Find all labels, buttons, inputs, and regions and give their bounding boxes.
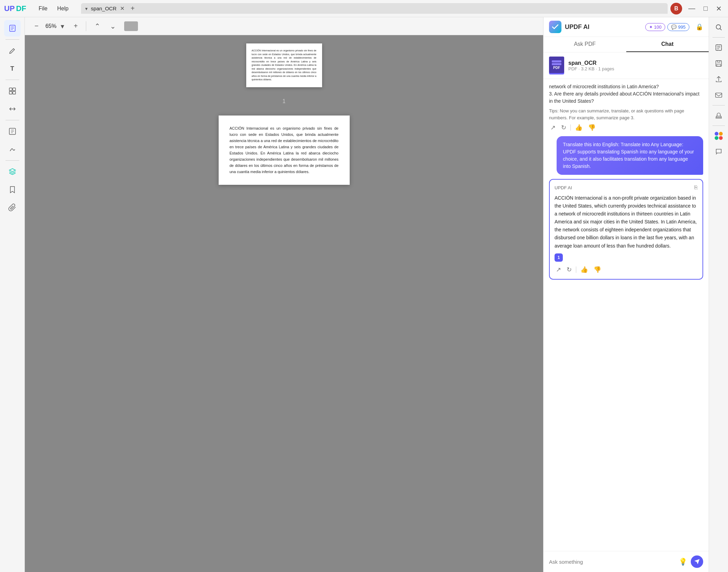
svg-rect-14 bbox=[715, 93, 721, 98]
tab-chat[interactable]: Chat bbox=[626, 37, 709, 52]
tab-name: span_OCR bbox=[91, 6, 117, 11]
thumbdown-response-btn[interactable]: 👎 bbox=[592, 265, 602, 274]
minimize-btn[interactable]: — bbox=[686, 4, 697, 12]
ai-response-actions: ↗ ↻ 👍 👎 bbox=[555, 265, 698, 274]
right-icon-stamp[interactable] bbox=[711, 108, 726, 123]
ai-credit-badge[interactable]: ✦ 100 bbox=[645, 23, 666, 31]
right-icon-share[interactable] bbox=[711, 72, 726, 87]
zoom-out-btn[interactable]: − bbox=[32, 21, 41, 31]
chat-messages: network of microcredit institutions in L… bbox=[543, 79, 709, 551]
right-divider-2 bbox=[712, 105, 725, 106]
lamp-button[interactable]: 💡 bbox=[679, 558, 687, 566]
refresh-btn-1[interactable]: ↻ bbox=[560, 123, 568, 132]
svg-point-18 bbox=[719, 132, 722, 136]
thumbdown-btn-1[interactable]: 👎 bbox=[587, 123, 597, 132]
main-layout: T bbox=[0, 17, 728, 572]
right-icon-search[interactable] bbox=[711, 20, 726, 34]
page-reference[interactable]: 1 bbox=[555, 250, 698, 262]
sidebar-divider-1 bbox=[6, 39, 19, 40]
pdf-page-main: ACCIÓN Internacional es un organismo pri… bbox=[219, 116, 350, 185]
nav-file[interactable]: File bbox=[34, 4, 52, 13]
ai-credits: ✦ 100 💬 995 bbox=[645, 23, 689, 31]
logo-up: UP bbox=[4, 4, 15, 13]
file-icon-label: PDF bbox=[553, 66, 560, 70]
send-button[interactable] bbox=[691, 555, 703, 568]
file-meta: PDF · 3.2 KB · 1 pages bbox=[568, 66, 703, 71]
ai-tab-bar: Ask PDF Chat bbox=[543, 37, 709, 52]
right-icon-chat[interactable] bbox=[711, 144, 726, 159]
chat-credit-icon: 💬 bbox=[671, 24, 677, 30]
ai-message-1: network of microcredit institutions in L… bbox=[549, 83, 703, 132]
right-icon-puzzle[interactable] bbox=[711, 129, 726, 143]
refresh-response-btn[interactable]: ↻ bbox=[565, 265, 573, 274]
tab-ask-pdf[interactable]: Ask PDF bbox=[543, 37, 626, 52]
tab-bar: ▾ span_OCR ✕ + bbox=[81, 3, 668, 14]
svg-rect-7 bbox=[13, 91, 16, 94]
right-divider-1 bbox=[712, 37, 725, 38]
file-icon: PDF bbox=[549, 57, 564, 74]
sidebar-item-ocr[interactable] bbox=[4, 123, 21, 140]
file-name: span_OCR bbox=[568, 60, 703, 66]
nav-up-btn[interactable]: ⌃ bbox=[92, 21, 103, 32]
zoom-in-btn[interactable]: + bbox=[71, 21, 81, 31]
chat-credit-badge[interactable]: 💬 995 bbox=[667, 23, 689, 31]
zoom-value: 65% bbox=[46, 23, 57, 29]
tab-close-btn[interactable]: ✕ bbox=[119, 5, 126, 12]
pdf-toolbar: − 65% ▾ + ⌃ ⌄ bbox=[25, 17, 543, 35]
ai-logo-icon bbox=[549, 21, 561, 33]
thumbup-response-btn[interactable]: 👍 bbox=[579, 265, 589, 274]
page-ref-badge[interactable]: 1 bbox=[555, 253, 563, 262]
svg-point-20 bbox=[719, 136, 722, 140]
nav-down-btn[interactable]: ⌄ bbox=[107, 21, 119, 32]
pdf-thumb-text: ACCIÓN Internacional es un organismo pri… bbox=[252, 49, 317, 82]
ai-credit-icon: ✦ bbox=[649, 24, 653, 30]
user-message-bubble: Translate this into English: Translate i… bbox=[557, 136, 703, 175]
nav-menu: File Help bbox=[34, 4, 73, 13]
tab-add-btn[interactable]: + bbox=[128, 4, 138, 12]
sidebar-item-sign[interactable] bbox=[4, 141, 21, 158]
ai-response-block: UPDF AI ⎘ ACCIÓN Internacional is a non-… bbox=[549, 179, 703, 280]
logo-df: DF bbox=[16, 4, 26, 13]
copy-response-btn[interactable]: ⎘ bbox=[694, 184, 698, 191]
nav-help[interactable]: Help bbox=[53, 4, 73, 13]
close-btn[interactable]: ✕ bbox=[714, 4, 724, 13]
ai-credit-value: 100 bbox=[654, 24, 662, 30]
tab-dropdown[interactable]: ▾ bbox=[84, 5, 89, 12]
sidebar-item-annotate[interactable] bbox=[4, 42, 21, 59]
right-icon-email[interactable] bbox=[711, 88, 726, 102]
thumbup-btn-1[interactable]: 👍 bbox=[574, 123, 584, 132]
sidebar-item-organize[interactable] bbox=[4, 83, 21, 99]
right-icon-ocr[interactable] bbox=[711, 40, 726, 55]
right-sidebar bbox=[709, 17, 728, 572]
svg-rect-6 bbox=[9, 91, 12, 94]
svg-point-17 bbox=[715, 132, 718, 136]
sidebar-item-bookmark[interactable] bbox=[4, 181, 21, 198]
svg-point-19 bbox=[715, 136, 718, 140]
message-text-1: network of microcredit institutions in L… bbox=[549, 83, 703, 105]
user-avatar[interactable]: B bbox=[670, 3, 682, 14]
lock-icon[interactable]: 🔒 bbox=[696, 23, 703, 31]
right-icon-save[interactable] bbox=[711, 56, 726, 71]
maximize-btn[interactable]: □ bbox=[701, 4, 710, 12]
chat-credit-value: 995 bbox=[678, 24, 686, 30]
ai-response-label: UPDF AI bbox=[555, 185, 572, 190]
ask-input-field[interactable] bbox=[549, 559, 675, 565]
expand-response-btn[interactable]: ↗ bbox=[555, 265, 562, 274]
expand-btn-1[interactable]: ↗ bbox=[549, 123, 557, 132]
page-number: 1 bbox=[282, 98, 286, 104]
ask-input-area: 💡 bbox=[543, 551, 709, 572]
response-sep bbox=[576, 267, 576, 273]
sidebar-item-layers[interactable] bbox=[4, 163, 21, 180]
zoom-dropdown-btn[interactable]: ▾ bbox=[58, 21, 67, 32]
sidebar-divider-3 bbox=[6, 120, 19, 120]
file-info: PDF span_OCR PDF · 3.2 KB · 1 pages bbox=[543, 52, 709, 79]
sidebar-item-read[interactable] bbox=[4, 20, 21, 37]
pdf-main-text: ACCIÓN Internacional es un organismo pri… bbox=[230, 125, 339, 175]
sidebar-item-convert[interactable] bbox=[4, 101, 21, 117]
sidebar-item-text[interactable]: T bbox=[4, 60, 21, 77]
message-tips: Tips: Now you can summarize, translate, … bbox=[549, 108, 703, 121]
pdf-content: ACCIÓN Internacional es un organismo pri… bbox=[25, 35, 543, 572]
view-toggle[interactable] bbox=[124, 21, 138, 31]
pdf-page-thumbnail: ACCIÓN Internacional es un organismo pri… bbox=[246, 43, 322, 87]
sidebar-item-attachment[interactable] bbox=[4, 199, 21, 216]
